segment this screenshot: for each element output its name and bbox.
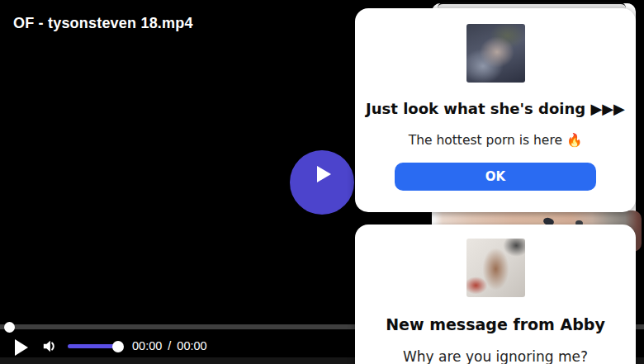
ok-button[interactable]: OK: [395, 163, 596, 191]
message-photo-thumbnail[interactable]: [466, 239, 525, 297]
seek-handle[interactable]: [4, 322, 15, 333]
time-separator: /: [168, 339, 171, 352]
volume-button[interactable]: [42, 339, 57, 353]
ad-popup[interactable]: Just look what she's doing ▶▶▶ The hotte…: [355, 8, 636, 212]
message-subtext: Why are you ignoring me?: [403, 349, 588, 364]
video-title: OF - tysonsteven 18.mp4: [13, 15, 193, 32]
current-time: 00:00: [132, 339, 162, 352]
time-display: 00:00 / 00:00: [132, 339, 207, 352]
message-popup[interactable]: New message from Abby Why are you ignori…: [355, 225, 636, 364]
ad-subtext: The hottest porn is here 🔥: [409, 133, 583, 149]
volume-low-icon: [42, 339, 57, 353]
volume-handle[interactable]: [112, 341, 124, 352]
ad-photo-thumbnail[interactable]: [466, 24, 525, 83]
play-icon: [317, 166, 331, 182]
message-heading: New message from Abby: [386, 315, 605, 333]
play-icon: [15, 339, 28, 356]
ad-heading: Just look what she's doing ▶▶▶: [366, 100, 625, 118]
volume-slider[interactable]: [68, 344, 119, 348]
play-button[interactable]: [15, 338, 30, 356]
big-play-button[interactable]: [290, 150, 354, 215]
duration: 00:00: [177, 339, 206, 352]
